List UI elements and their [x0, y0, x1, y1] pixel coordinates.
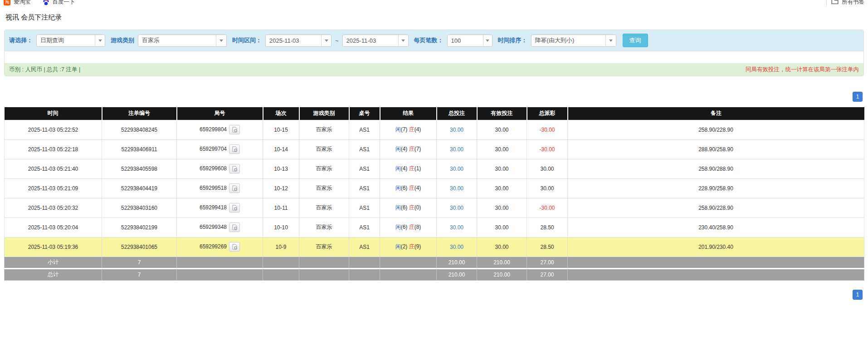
cell-round: 659299418 [177, 198, 263, 218]
video-replay-button[interactable] [229, 242, 240, 252]
subtotal-count: 7 [138, 259, 141, 266]
cell-table-number: AS1 [349, 120, 380, 139]
remark: 201.90/230.40 [698, 244, 733, 250]
total-bet-link[interactable]: 30.00 [450, 224, 463, 231]
result-banker: 庄 [409, 243, 414, 250]
cell-result: 闲(7) 庄(4) [380, 120, 437, 139]
table-row: 2025-11-03 05:21:09522938404419659299518… [5, 178, 864, 198]
sort-order-value[interactable] [532, 35, 605, 46]
query-type-value[interactable] [37, 35, 95, 46]
query-button[interactable]: 查询 [623, 34, 648, 47]
total-bet-link[interactable]: 30.00 [450, 244, 463, 250]
date-from-picker[interactable] [265, 35, 332, 47]
chevron-down-icon[interactable] [398, 35, 408, 46]
cell-bet-id: 522938408245 [102, 120, 177, 139]
all-bookmarks-button[interactable]: 所有书签 [831, 0, 864, 6]
date-to-picker[interactable] [342, 35, 409, 47]
game-type: 百家乐 [316, 204, 332, 211]
result-banker-score: (8) [414, 224, 421, 230]
folder-icon [831, 0, 839, 6]
session-number: 10-9 [275, 244, 286, 250]
cell-remark: 230.40/258.90 [568, 218, 864, 237]
cell-count: 7 [102, 257, 177, 268]
taobao-icon: 淘 [4, 0, 10, 5]
page-size-value[interactable] [448, 35, 483, 46]
cell-empty [299, 257, 349, 268]
result-player: 闲 [395, 146, 401, 152]
cell-valid-bet: 30.00 [477, 218, 527, 237]
chevron-down-icon[interactable] [605, 35, 616, 46]
cell-bet-id: 522938404419 [102, 178, 177, 198]
round-number: 659299804 [200, 126, 227, 133]
cell-total-bet: 30.00 [437, 159, 477, 178]
query-type-select[interactable] [36, 35, 105, 47]
video-replay-button[interactable] [229, 164, 240, 173]
cell-empty [349, 268, 380, 280]
cell-table-number: AS1 [349, 178, 380, 198]
total-payout: 27.00 [540, 272, 554, 278]
chevron-down-icon[interactable] [321, 35, 331, 46]
cell-result: 闲(4) 庄(7) [380, 139, 437, 159]
total-bet-link[interactable]: 30.00 [450, 185, 463, 192]
cell-bet-id: 522938401065 [102, 237, 177, 257]
cell-label: 总计 [5, 268, 102, 280]
bet-id: 522938405598 [121, 166, 157, 172]
video-record-icon [232, 166, 238, 172]
column-header-6: 结果 [380, 107, 437, 120]
cell-payout: 30.00 [527, 178, 568, 198]
total-bet-link[interactable]: 30.00 [450, 127, 463, 133]
chevron-down-icon[interactable] [216, 35, 226, 46]
bet-id: 522938406911 [121, 146, 157, 153]
video-replay-button[interactable] [229, 144, 240, 154]
date-range-label: 时间区间： [232, 36, 262, 45]
result-banker: 庄 [409, 204, 414, 211]
cell-bet-id: 522938403160 [102, 198, 177, 218]
remark: 258.90/228.90 [698, 205, 733, 211]
valid-bet: 30.00 [495, 146, 508, 153]
bookmarks-divider [826, 0, 827, 5]
video-replay-button[interactable] [229, 125, 240, 134]
game-type-value[interactable] [138, 35, 216, 46]
page-button-top[interactable]: 1 [853, 92, 863, 102]
cell-total-bet: 30.00 [437, 237, 477, 257]
cell-result: 闲(6) 庄(4) [380, 178, 437, 198]
cell-total-bet: 30.00 [437, 139, 477, 159]
cell-empty [299, 268, 349, 280]
page-button-bottom[interactable]: 1 [853, 290, 863, 300]
total-bet-link[interactable]: 30.00 [450, 146, 463, 153]
subtotal-payout: 27.00 [540, 259, 554, 266]
cell-remark: 258.90/288.90 [568, 159, 864, 178]
cell-game-type: 百家乐 [299, 198, 349, 218]
cell-payout: 27.00 [527, 268, 568, 280]
remark: 258.90/288.90 [698, 166, 733, 172]
payout-amount: 28.50 [540, 224, 554, 231]
bookmark-baidu[interactable]: 百度一下 [43, 0, 75, 6]
chevron-down-icon[interactable] [483, 35, 492, 46]
total-bet-link[interactable]: 30.00 [450, 205, 463, 211]
date-to-input[interactable] [343, 35, 398, 46]
sort-order-select[interactable] [531, 35, 616, 47]
result-player: 闲 [395, 165, 401, 172]
video-replay-button[interactable] [229, 203, 240, 213]
video-replay-button[interactable] [229, 223, 240, 232]
cell-bet-id: 522938402199 [102, 218, 177, 237]
page-size-select[interactable] [447, 35, 493, 47]
cell-total-bet: 30.00 [437, 178, 477, 198]
table-row: 2025-11-03 05:22:18522938406911659299704… [5, 139, 864, 159]
cell-total-bet: 210.00 [437, 268, 477, 280]
cell-table-number: AS1 [349, 218, 380, 237]
payout-amount: 30.00 [540, 185, 554, 192]
cell-remark: 258.90/228.90 [568, 198, 864, 218]
date-from-input[interactable] [266, 35, 321, 46]
payout-amount: 28.50 [540, 244, 554, 250]
total-bet-link[interactable]: 30.00 [450, 166, 463, 172]
table-number: AS1 [359, 127, 370, 133]
summary-note: 同局有效投注，统一计算在该局第一张注单内 [746, 66, 859, 74]
chevron-down-icon[interactable] [95, 35, 105, 46]
cell-payout: -30.00 [527, 120, 568, 139]
cell-game-type: 百家乐 [299, 159, 349, 178]
video-replay-button[interactable] [229, 183, 240, 193]
game-type-select[interactable] [138, 35, 227, 47]
result-player-score: (4) [401, 146, 408, 152]
bookmark-aitaobao[interactable]: 淘 爱淘宝 [4, 0, 31, 6]
